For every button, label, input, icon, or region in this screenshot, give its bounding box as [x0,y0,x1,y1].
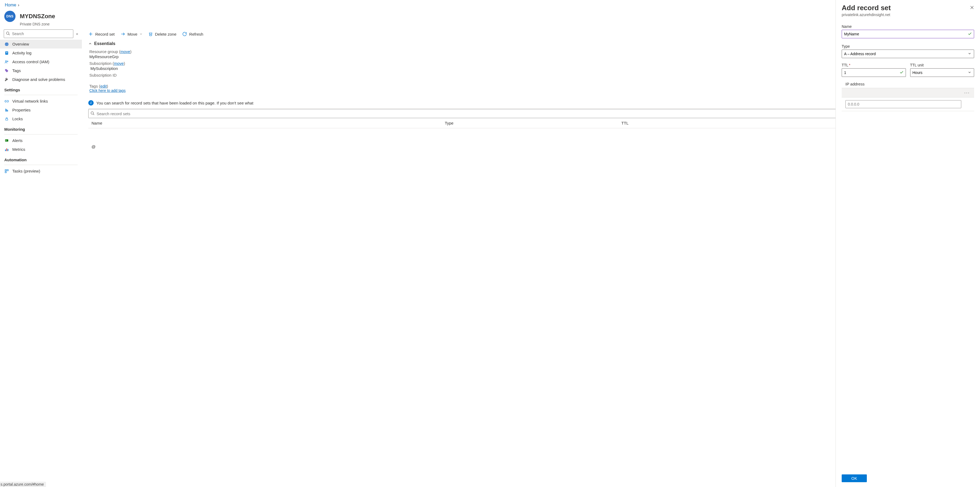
nav-search-input[interactable] [4,29,73,38]
col-name[interactable]: Name [92,121,445,125]
lock-icon [4,117,9,121]
svg-rect-23 [5,171,6,173]
add-record-panel: Add record set privatelink.azurehdinsigh… [835,0,980,487]
svg-point-11 [6,70,6,70]
svg-point-1 [6,32,9,34]
resource-icon: DNS [4,11,16,22]
resource-title: MYDNSZone [20,13,55,20]
nav-tasks[interactable]: Tasks (preview) [0,167,82,176]
info-icon: i [88,100,94,105]
search-icon [91,111,95,116]
nav-access-control[interactable]: Access control (IAM) [0,57,82,66]
check-icon [968,32,972,37]
status-bar-url: s.portal.azure.com/#home [0,482,46,487]
check-icon [899,70,904,75]
svg-rect-15 [6,119,8,120]
ok-button[interactable]: OK [842,474,867,482]
sub-move-link[interactable]: move [114,61,124,65]
type-label: Type [842,38,974,49]
metrics-icon [4,147,9,152]
chevron-right-icon: › [18,3,19,8]
tag-icon [4,69,9,73]
svg-rect-14 [7,110,8,112]
svg-rect-20 [8,149,8,151]
ttl-unit-select[interactable]: Hours [910,68,974,77]
svg-rect-22 [7,169,8,171]
close-icon[interactable] [970,4,974,11]
nav-overview[interactable]: Overview [0,40,82,48]
nav-label: Tags [12,68,21,73]
people-icon [4,60,9,64]
activity-log-icon [4,51,9,55]
svg-rect-16 [5,139,8,141]
nav-locks[interactable]: Locks [0,114,82,123]
nav-metrics[interactable]: Metrics [0,145,82,154]
svg-rect-12 [5,109,6,112]
nav-label: Overview [12,42,29,46]
svg-rect-13 [6,109,7,112]
nav-label: Locks [12,117,23,121]
breadcrumb: Home › [0,0,980,9]
type-select[interactable]: A – Address record [842,49,974,58]
nav-section-monitoring: Monitoring [0,123,82,133]
svg-point-9 [5,61,6,62]
svg-rect-19 [6,148,7,151]
nav-activity-log[interactable]: Activity log [0,48,82,57]
ip-input[interactable] [845,100,961,108]
svg-rect-18 [5,150,6,151]
ttl-unit-label: TTL unit [910,58,974,68]
nav-label: Virtual network links [12,99,48,104]
col-type[interactable]: Type [445,121,621,125]
nav-properties[interactable]: Properties [0,105,82,114]
nav-diagnose[interactable]: Diagnose and solve problems [0,75,82,84]
toolbar-refresh[interactable]: Refresh [182,32,203,37]
nav-label: Activity log [12,51,32,55]
nav-alerts[interactable]: Alerts [0,136,82,145]
tags-edit-link[interactable]: edit [100,84,107,88]
nav-section-automation: Automation [0,154,82,163]
search-icon [6,31,10,37]
nav-label: Metrics [12,147,25,152]
essentials-tags-label: Tags (edit) [89,84,108,88]
nav-label: Access control (IAM) [12,59,49,64]
record-row-at[interactable]: @ [92,144,95,149]
name-input[interactable] [842,30,974,38]
ip-more-icon[interactable]: ··· [842,88,974,97]
chevron-down-icon [139,32,143,37]
resource-header: DNS MYDNSZone ··· [0,9,980,23]
tasks-icon [4,169,9,173]
svg-line-2 [9,34,10,35]
left-navigation: « Overview Activity log [0,29,82,487]
toolbar-delete[interactable]: Delete zone [148,32,176,37]
ttl-input[interactable] [842,68,906,77]
wrench-icon [4,77,9,82]
essentials-subid-label: Subscription ID [89,73,117,77]
collapse-nav-icon[interactable]: « [76,32,78,36]
svg-line-30 [93,114,94,115]
alerts-icon [4,139,9,142]
breadcrumb-home[interactable]: Home [5,3,16,8]
nav-tags[interactable]: Tags [0,66,82,75]
svg-rect-21 [5,169,6,171]
add-tags-link[interactable]: Click here to add tags [89,88,126,93]
toolbar-move[interactable]: Move [121,32,143,37]
nav-label: Diagnose and solve problems [12,77,65,82]
ip-label: IP address [842,77,974,88]
rg-move-link[interactable]: move [120,49,130,54]
nav-label: Properties [12,108,30,112]
nav-label: Tasks (preview) [12,169,40,173]
toolbar-add-record[interactable]: Record set [88,32,115,37]
essentials-sub-label: Subscription (move) [89,61,125,65]
globe-icon [4,42,9,46]
svg-rect-17 [6,140,6,141]
col-ttl[interactable]: TTL [622,121,798,125]
svg-rect-7 [6,52,8,52]
nav-virtual-network-links[interactable]: Virtual network links [0,97,82,105]
link-icon [4,99,9,104]
panel-title: Add record set [842,4,891,12]
panel-subtitle: privatelink.azurehdinsight.net [836,12,980,21]
svg-point-10 [7,61,8,62]
ttl-label: TTL* [842,58,906,68]
svg-point-29 [91,112,93,114]
name-label: Name [842,22,974,30]
